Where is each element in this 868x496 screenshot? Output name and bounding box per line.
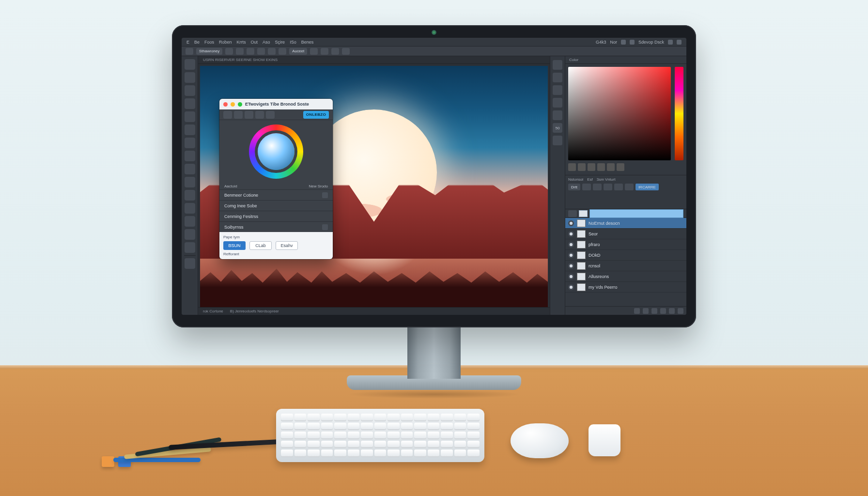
document-tab[interactable]: USRN RISERVER SEERNE SHOW EKINS [203,58,278,62]
swatch[interactable] [617,163,624,171]
options-chip[interactable] [225,48,233,55]
color-wheel[interactable] [219,120,333,183]
dialog-primary-button[interactable]: BSUN [223,241,246,250]
options-tool-icon[interactable] [186,48,193,55]
options-chip[interactable] [321,48,328,55]
zoom-tool[interactable] [185,242,195,253]
panel-tab[interactable]: Nstonsol [568,177,583,182]
dock-icon[interactable] [553,98,562,108]
panel-tab[interactable]: 3sm Vnturt [597,177,616,182]
property-icon[interactable] [582,184,591,190]
swatch[interactable] [568,163,576,171]
hand-tool[interactable] [185,229,195,240]
dialog-secondary-button[interactable]: Esahv [276,241,298,250]
close-icon[interactable] [223,102,228,107]
layer-row[interactable]: NoErnut desocn [565,218,686,229]
folder-icon[interactable] [660,308,666,314]
visibility-icon[interactable] [568,231,574,237]
panel-tab[interactable]: Esf [587,177,593,182]
options-chip[interactable] [236,48,244,55]
dialog-tool-icon[interactable] [245,111,253,119]
options-chip[interactable] [342,48,350,55]
property-icon[interactable] [614,184,623,190]
dialog-tool-icon[interactable] [223,111,232,119]
swatch[interactable] [578,163,586,171]
menubar-right-label[interactable]: Sdevop Dsck [638,40,664,45]
visibility-icon[interactable] [568,220,574,226]
dialog-titlebar[interactable]: ETwovigets Tibe Bronod Soste [219,99,333,109]
menu-item[interactable]: Krrts [237,40,246,45]
dialog-secondary-button[interactable]: CLab [249,241,272,250]
options-chip[interactable] [310,48,318,55]
visibility-icon[interactable] [568,263,574,269]
eraser-tool[interactable] [185,164,195,174]
dock-icon[interactable]: 50 [553,123,562,133]
swatch[interactable] [588,163,595,171]
options-chip[interactable] [257,48,265,55]
layer-row[interactable]: DOkD [565,250,686,261]
property-icon[interactable] [593,184,602,190]
menu-item[interactable]: Foos [204,40,214,45]
eyedropper-tool[interactable] [185,124,195,135]
dock-icon[interactable] [553,73,562,82]
trash-icon[interactable] [678,308,683,314]
color-field[interactable] [568,67,671,160]
options-chip[interactable] [279,48,286,55]
foreground-background-swatch[interactable] [185,258,195,269]
link-icon[interactable] [634,308,640,314]
search-icon[interactable] [630,40,635,45]
layer-row[interactable]: Seor [565,229,686,239]
dialog-list-item[interactable]: Comg Inee Sobe [219,200,333,211]
window-max-icon[interactable] [677,40,682,45]
dock-icon[interactable] [553,85,562,95]
hue-slider[interactable] [675,67,683,160]
options-chip[interactable] [331,48,339,55]
app-icon[interactable]: E [186,40,189,45]
menu-item[interactable]: Out [251,40,258,45]
visibility-icon[interactable] [568,284,574,290]
move-tool[interactable] [185,59,195,70]
visibility-icon[interactable] [568,252,574,258]
dock-icon[interactable] [553,136,562,145]
type-tool[interactable] [185,203,195,214]
menu-item[interactable]: Sçire [275,40,285,45]
timeline-strip[interactable] [589,209,683,218]
minimize-icon[interactable] [231,102,235,107]
color-panel-tab[interactable]: Color [565,56,686,64]
layer-row[interactable]: my Vds Peerro [565,282,686,293]
dialog-tool-icon[interactable] [266,111,275,119]
dialog-list-item[interactable]: Soibyrnss [219,221,333,232]
menu-item[interactable]: ISo [290,40,296,45]
shape-tool[interactable] [185,216,195,227]
visibility-icon[interactable] [568,242,574,248]
layer-row[interactable]: pfraro [565,239,686,250]
dialog-tool-icon[interactable] [234,111,243,119]
layer-row[interactable]: rcnsol [565,261,686,271]
zoom-icon[interactable] [238,102,242,107]
menu-item[interactable]: Be [194,40,200,45]
options-chip[interactable]: Auceet [289,48,307,55]
menu-item[interactable]: Roben [219,40,232,45]
dialog-tool-icon[interactable] [255,111,264,119]
property-pill[interactable]: IRCARRE [636,184,659,190]
lasso-tool[interactable] [185,85,195,96]
dialog-list-item[interactable]: Benmeer Cotione [219,189,333,200]
swatch[interactable] [597,163,605,171]
clone-tool[interactable] [185,151,195,161]
visibility-icon[interactable] [568,274,574,279]
options-chip[interactable] [247,48,254,55]
mask-icon[interactable] [651,308,657,314]
dialog-hex-chip[interactable]: ONLEBZO [303,111,329,119]
swatch[interactable] [607,163,615,171]
sync-icon[interactable] [621,40,626,45]
window-min-icon[interactable] [668,40,673,45]
fx-icon[interactable] [643,308,649,314]
menu-item[interactable]: Benes [301,40,314,45]
timeline-icon[interactable] [568,210,577,217]
pen-tool[interactable] [185,190,195,201]
options-chip[interactable]: Sthawroney [196,48,222,55]
wand-tool[interactable] [185,98,195,109]
timeline-frame[interactable] [579,210,588,217]
dock-icon[interactable] [553,110,562,120]
new-layer-icon[interactable] [669,308,675,314]
